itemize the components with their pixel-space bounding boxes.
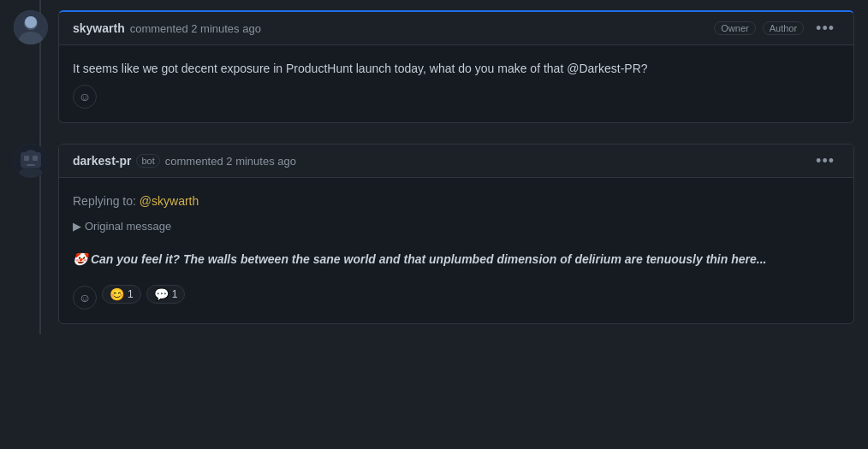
comment-text-1: It seems like we got decent exposure in … (73, 59, 840, 78)
comment-thread: skywarth commented 2 minutes ago Owner A… (0, 0, 868, 334)
comment-header-left-1: skywarth commented 2 minutes ago (73, 21, 261, 35)
more-options-button-1[interactable]: ••• (811, 19, 840, 38)
reply-to-link[interactable]: @skywarth (140, 194, 199, 208)
emoji-add-icon-2: ☺ (79, 291, 91, 304)
bot-message: 🤡 Can you feel it? The walls between the… (73, 250, 840, 269)
more-options-button-2[interactable]: ••• (811, 151, 840, 170)
original-message-label: Original message (85, 218, 171, 236)
badge-bot: bot (136, 154, 159, 168)
svg-rect-11 (27, 164, 35, 166)
comment-box-1: skywarth commented 2 minutes ago Owner A… (58, 10, 854, 123)
add-emoji-button-2[interactable]: ☺ (73, 286, 97, 310)
reply-to-label: Replying to: @skywarth (73, 192, 840, 210)
reaction-emoji-speech: 💬 (154, 287, 169, 301)
comment-box-2: darkest-pr bot commented 2 minutes ago •… (58, 144, 854, 324)
avatar-darkest (14, 144, 48, 178)
badge-author: Author (763, 21, 804, 35)
comment-wrapper-2: darkest-pr bot commented 2 minutes ago •… (0, 133, 868, 334)
svg-point-3 (25, 16, 37, 28)
username-1: skywarth (73, 21, 125, 35)
reaction-speech-1[interactable]: 💬 1 (146, 285, 186, 304)
avatar-skywarth (14, 10, 48, 44)
reaction-count-smile: 1 (128, 288, 134, 300)
username-2: darkest-pr (73, 154, 131, 168)
comment-wrapper-1: skywarth commented 2 minutes ago Owner A… (0, 0, 868, 133)
comment-meta-2: commented 2 minutes ago (165, 155, 296, 168)
reaction-emoji-smile: 😊 (110, 287, 124, 301)
badge-owner: Owner (714, 21, 755, 35)
comment-header-left-2: darkest-pr bot commented 2 minutes ago (73, 154, 296, 168)
comment-body-2: Replying to: @skywarth ▶ Original messag… (59, 178, 853, 323)
original-message-toggle[interactable]: ▶ Original message (73, 218, 840, 236)
svg-rect-9 (24, 156, 29, 161)
original-message-arrow: ▶ (73, 218, 81, 236)
reaction-count-speech: 1 (172, 288, 178, 300)
add-emoji-button-1[interactable]: ☺ (73, 85, 97, 109)
reaction-smile-1[interactable]: 😊 1 (102, 285, 141, 304)
emoji-add-icon-1: ☺ (79, 90, 91, 103)
comment-header-right-1: Owner Author ••• (714, 19, 840, 38)
reaction-row-2: ☺ 😊 1 💬 1 (73, 279, 840, 310)
comment-header-right-2: ••• (811, 151, 840, 170)
comment-meta-1: commented 2 minutes ago (130, 22, 261, 35)
svg-rect-10 (33, 156, 38, 161)
comment-header-2: darkest-pr bot commented 2 minutes ago •… (59, 145, 853, 178)
comment-body-1: It seems like we got decent exposure in … (59, 45, 853, 122)
comment-header-1: skywarth commented 2 minutes ago Owner A… (59, 12, 853, 45)
